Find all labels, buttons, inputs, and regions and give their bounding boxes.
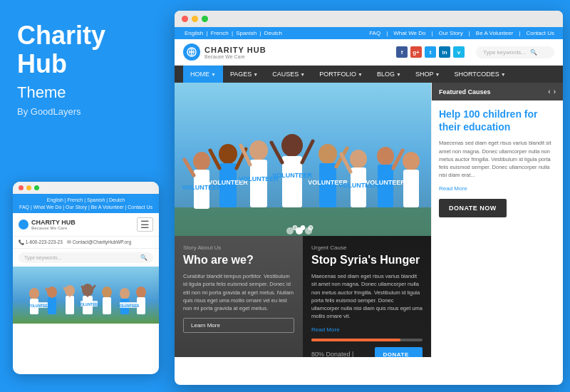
hero-dot-2[interactable] bbox=[301, 225, 306, 230]
hero-slider-dots bbox=[293, 225, 314, 230]
mobile-search-placeholder: Type keywords... bbox=[24, 255, 62, 260]
svg-point-11 bbox=[120, 288, 130, 299]
featured-donate-button[interactable]: DONATE NOW bbox=[439, 199, 507, 217]
desktop-main-content: VOLUNTEER VOLUNTEER VOLUNTEER bbox=[175, 83, 563, 357]
nav-item-shortcodes[interactable]: SHORTCODES ▼ bbox=[447, 66, 512, 83]
nav-causes-arrow: ▼ bbox=[300, 72, 305, 77]
urgent-progress-label: 80% Donated | $59,666 To Go bbox=[311, 351, 375, 357]
story-panel-label: Story About Us bbox=[183, 244, 294, 251]
facebook-icon[interactable]: f bbox=[396, 46, 408, 58]
mobile-header: CHARITY HUB Because We Care ☰ bbox=[13, 213, 159, 237]
desktop-mockup: English | French | Spanish | Deutch FAQ … bbox=[175, 11, 563, 385]
featured-causes-header: Featured Causes ‹ › bbox=[432, 83, 563, 100]
svg-text:VOLUNTEER: VOLUNTEER bbox=[118, 304, 140, 308]
desktop-window-controls bbox=[175, 11, 563, 27]
nav-item-pages[interactable]: PAGES ▼ bbox=[223, 66, 265, 83]
urgent-panel-title: Stop Syria's Hunger bbox=[311, 253, 423, 267]
nav-item-home[interactable]: HOME ▼ bbox=[183, 66, 223, 83]
mobile-window-controls bbox=[13, 182, 159, 194]
svg-point-53 bbox=[350, 150, 367, 168]
desktop-logo-sub: Because We Care bbox=[204, 54, 266, 59]
svg-point-13 bbox=[136, 287, 146, 298]
nav-item-causes[interactable]: CAUSES ▼ bbox=[265, 66, 312, 83]
learn-more-button[interactable]: Learn More bbox=[183, 318, 294, 333]
urgent-separator: | bbox=[352, 351, 353, 357]
linkedin-icon[interactable]: in bbox=[439, 46, 450, 58]
brand-title: Charity Hub bbox=[17, 21, 154, 78]
nav-item-blog[interactable]: BLOG ▼ bbox=[370, 66, 408, 83]
svg-point-57 bbox=[377, 147, 394, 165]
svg-rect-6 bbox=[66, 296, 74, 314]
nav-shop-arrow: ▼ bbox=[435, 72, 440, 77]
hero-dot-3[interactable] bbox=[309, 225, 314, 230]
nav-portfolio-arrow: ▼ bbox=[358, 72, 363, 77]
desktop-logo: CHARITY HUB Because We Care bbox=[183, 43, 266, 61]
vimeo-icon[interactable]: v bbox=[453, 46, 465, 58]
svg-point-49 bbox=[318, 144, 337, 164]
mobile-logo: CHARITY HUB Because We Care bbox=[19, 219, 76, 230]
svg-point-40 bbox=[249, 140, 268, 160]
left-branding-panel: Charity Hub Theme By GoodLayers English … bbox=[0, 0, 171, 392]
desktop-topbar: English | French | Spanish | Deutch FAQ … bbox=[175, 27, 563, 39]
mobile-maximize-dot bbox=[34, 185, 39, 190]
story-panel-content: Story About Us Who are we? Curabitur bla… bbox=[183, 244, 294, 333]
svg-rect-30 bbox=[175, 207, 431, 236]
urgent-actions: 80% Donated | $59,666 To Go DONATE NOW bbox=[311, 347, 423, 357]
topbar-lang-links: English | French | Spanish | Deutch bbox=[183, 30, 284, 36]
featured-cause-body: Maecenas sed diam eget risus varius blan… bbox=[439, 139, 556, 179]
svg-point-31 bbox=[193, 152, 210, 170]
urgent-read-more[interactable]: Read More bbox=[311, 326, 423, 333]
featured-causes-content: Help 100 children for their education Ma… bbox=[432, 100, 563, 225]
mobile-contact-bar: 📞 1-800-223-223-23 ✉ Contact@CharityHubW… bbox=[13, 237, 159, 249]
svg-text:VOLUNTEER: VOLUNTEER bbox=[272, 172, 312, 179]
svg-point-35 bbox=[219, 144, 237, 164]
mobile-lang-links: English | French | Spanish | Deutch bbox=[19, 197, 153, 202]
progress-bar-container bbox=[311, 339, 423, 341]
desktop-search-bar[interactable]: Type keywords... 🔍 bbox=[476, 46, 554, 58]
svg-text:VOLUNTEER: VOLUNTEER bbox=[78, 302, 100, 306]
mobile-phone: 📞 1-800-223-223-23 bbox=[19, 239, 63, 245]
desktop-close-dot bbox=[182, 16, 188, 22]
hero-image: VOLUNTEER VOLUNTEER VOLUNTEER bbox=[175, 83, 431, 236]
twitter-icon[interactable]: t bbox=[425, 46, 436, 58]
urgent-donate-button[interactable]: DONATE NOW bbox=[375, 347, 423, 357]
mobile-hamburger-icon[interactable]: ☰ bbox=[137, 217, 153, 232]
desktop-header: CHARITY HUB Because We Care f g+ t in v … bbox=[175, 39, 563, 66]
mobile-top-bar: English | French | Spanish | Deutch FAQ … bbox=[13, 194, 159, 213]
svg-rect-41 bbox=[250, 160, 267, 207]
featured-prev-arrow[interactable]: ‹ bbox=[548, 88, 550, 96]
mobile-mockup: English | French | Spanish | Deutch FAQ … bbox=[13, 182, 159, 374]
mobile-email: ✉ Contact@CharityHubWP.org bbox=[67, 239, 131, 245]
svg-rect-45 bbox=[282, 156, 302, 207]
nav-item-shop[interactable]: SHOP ▼ bbox=[408, 66, 447, 83]
svg-rect-62 bbox=[403, 170, 419, 207]
featured-causes-title: Featured Causes bbox=[439, 88, 491, 96]
mobile-search-bar[interactable]: Type keywords... 🔍 bbox=[19, 252, 153, 263]
hero-section: VOLUNTEER VOLUNTEER VOLUNTEER bbox=[175, 83, 431, 357]
story-panel-title: Who are we? bbox=[183, 253, 294, 267]
urgent-panel-content: Urgent Cause Stop Syria's Hunger Maecena… bbox=[311, 244, 423, 357]
mobile-minimize-dot bbox=[26, 185, 31, 190]
svg-text:VOLUNTEER: VOLUNTEER bbox=[28, 304, 51, 308]
svg-point-9 bbox=[102, 287, 112, 298]
desktop-search-icon: 🔍 bbox=[530, 49, 537, 56]
nav-home-arrow: ▼ bbox=[211, 72, 216, 77]
featured-causes-arrows: ‹ › bbox=[548, 88, 556, 96]
urgent-panel: Urgent Cause Stop Syria's Hunger Maecena… bbox=[303, 236, 431, 357]
progress-bar-fill bbox=[311, 339, 400, 341]
bottom-panels: Story About Us Who are we? Curabitur bla… bbox=[175, 236, 431, 357]
hero-dot-1[interactable] bbox=[293, 225, 298, 230]
progress-bar-background bbox=[311, 339, 423, 341]
svg-rect-58 bbox=[378, 165, 393, 207]
story-panel: Story About Us Who are we? Curabitur bla… bbox=[175, 236, 303, 357]
desktop-navigation: HOME ▼ PAGES ▼ CAUSES ▼ PORTFOLIO ▼ BLOG… bbox=[175, 66, 563, 83]
nav-item-portfolio[interactable]: PORTFOLIO ▼ bbox=[312, 66, 370, 83]
svg-text:VOLUNTEER: VOLUNTEER bbox=[366, 179, 405, 186]
svg-point-61 bbox=[403, 152, 420, 170]
featured-read-more-link[interactable]: Read More bbox=[439, 185, 556, 192]
urgent-panel-text: Maecenas sed diam eget risus varius blan… bbox=[311, 272, 423, 321]
brand-by: By GoodLayers bbox=[17, 106, 154, 117]
urgent-panel-label: Urgent Cause bbox=[311, 244, 423, 251]
google-plus-icon[interactable]: g+ bbox=[410, 46, 422, 58]
featured-next-arrow[interactable]: › bbox=[554, 88, 556, 96]
